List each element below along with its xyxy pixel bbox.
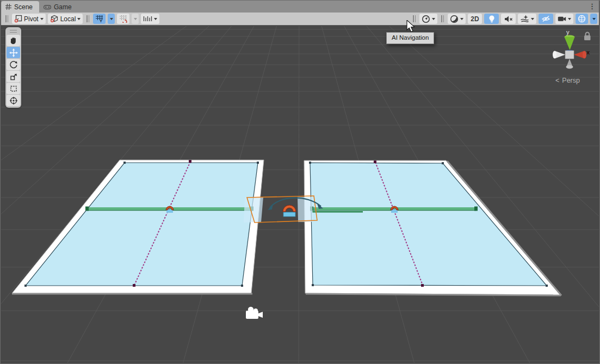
scene-visibility-toggle[interactable] [539, 14, 553, 24]
tab-bar: Scene Game ⋮ [1, 1, 599, 13]
effects-star-icon [520, 15, 529, 23]
rect-icon [9, 84, 18, 93]
hand-tool-button[interactable] [7, 35, 20, 46]
grid-options-dropdown[interactable] [108, 14, 115, 24]
chevron-down-icon [154, 18, 157, 20]
2d-toggle[interactable]: 2D [468, 14, 482, 24]
chevron-down-icon [432, 18, 435, 20]
unity-scene-view-window: Scene Game ⋮ Pivot [0, 0, 600, 364]
scene-render [1, 26, 599, 363]
scene-viewport[interactable]: y x < Persp AI Navigation [1, 26, 599, 363]
scene-grid-icon [5, 4, 11, 10]
local-cube-icon [50, 15, 59, 23]
chevron-down-icon [110, 18, 113, 20]
drag-handle-icon[interactable] [441, 15, 444, 22]
axis-y-positive[interactable] [565, 35, 575, 51]
rotate-icon [9, 60, 18, 69]
pivot-label: Pivot [24, 15, 39, 23]
chevron-down-icon [77, 18, 81, 20]
scene-effects-dropdown[interactable] [518, 14, 536, 24]
toolbar-right-group: 2D [411, 13, 597, 25]
transform-icon [9, 96, 18, 105]
navmesh-link-icon [283, 205, 296, 217]
snap-increment-button[interactable] [117, 14, 129, 24]
projection-label[interactable]: < Persp [555, 77, 580, 84]
gizmo-x-label[interactable]: x [586, 49, 590, 55]
gizmos-toggle[interactable] [576, 14, 588, 24]
lightbulb-icon [488, 15, 496, 23]
local-dropdown[interactable]: Local [48, 14, 83, 24]
rect-tool-button[interactable] [7, 83, 20, 94]
tab-scene[interactable]: Scene [1, 1, 39, 13]
audio-mute-toggle[interactable] [501, 14, 516, 24]
ruler-icon [143, 15, 152, 22]
hand-icon [9, 36, 17, 45]
main-camera-gizmo[interactable] [246, 307, 263, 319]
pivot-dropdown[interactable]: Pivot [12, 14, 46, 24]
gizmos-options-dropdown[interactable] [590, 14, 597, 24]
left-table[interactable] [12, 160, 264, 294]
chevron-down-icon [531, 18, 534, 20]
grid-visibility-toggle[interactable]: Y [93, 14, 106, 24]
projection-text: Persp [562, 77, 580, 84]
scene-camera-dropdown[interactable] [555, 14, 573, 24]
overlay-drag-handle[interactable] [10, 30, 17, 33]
scene-orientation-gizmo[interactable] [553, 33, 591, 69]
tab-game-label: Game [54, 3, 72, 11]
camera-icon [558, 15, 566, 22]
chevron-down-icon [592, 18, 596, 20]
right-navmesh [310, 163, 547, 286]
chevron-down-icon [134, 18, 137, 20]
mouse-cursor-icon [406, 20, 416, 35]
gamepad-icon [44, 4, 51, 10]
gizmo-cube[interactable] [565, 51, 574, 59]
move-icon [9, 48, 18, 57]
shaded-sphere-icon [450, 15, 459, 23]
left-navmesh [26, 163, 258, 286]
gizmos-sphere-icon [578, 15, 586, 23]
drag-handle-icon[interactable] [86, 15, 89, 22]
selected-navmesh-link[interactable] [244, 196, 323, 223]
ai-navigation-icon [422, 15, 430, 23]
speaker-muted-icon [504, 15, 513, 23]
gizmo-y-label[interactable]: y [566, 29, 570, 35]
chevron-down-icon [40, 18, 44, 20]
perspective-grid [1, 26, 599, 363]
drag-handle-icon[interactable] [5, 15, 8, 22]
snap-options-dropdown[interactable] [132, 14, 139, 24]
rotate-tool-button[interactable] [7, 59, 20, 70]
ai-navigation-overlay-button[interactable] [419, 14, 437, 24]
transform-tool-button[interactable] [7, 95, 20, 106]
tools-overlay [5, 27, 21, 108]
tab-scene-label: Scene [14, 3, 33, 11]
right-table[interactable] [304, 161, 561, 295]
lock-icon[interactable] [584, 33, 591, 40]
draw-mode-dropdown[interactable] [448, 14, 466, 24]
lighting-toggle[interactable] [484, 14, 499, 24]
chevron-down-icon [460, 18, 463, 20]
grid-y-icon: Y [95, 15, 103, 23]
scale-tool-button[interactable] [7, 71, 20, 82]
navmesh-link-mini-icon [391, 206, 398, 213]
toolbar-left-group: Pivot Local [1, 14, 159, 24]
scale-icon [9, 72, 18, 81]
svg-text:Y: Y [100, 18, 102, 23]
axis-x-positive[interactable] [574, 51, 586, 59]
local-label: Local [60, 15, 76, 23]
axis-x-negative[interactable] [553, 51, 565, 59]
chevron-down-icon [568, 18, 571, 20]
axis-y-negative[interactable] [566, 59, 573, 69]
2d-label: 2D [471, 15, 479, 23]
scene-toolbar: Pivot Local [1, 13, 599, 26]
navmesh-link-mini-icon [166, 206, 174, 213]
tab-game[interactable]: Game [39, 1, 78, 13]
snap-size-dropdown[interactable] [141, 14, 159, 24]
tab-options-menu-icon[interactable]: ⋮ [589, 2, 596, 11]
pivot-icon [14, 15, 22, 23]
snap-grid-icon [119, 15, 127, 23]
eye-slash-icon [541, 15, 550, 23]
move-tool-button[interactable] [7, 47, 20, 58]
projection-arrow-icon: < [555, 77, 559, 84]
